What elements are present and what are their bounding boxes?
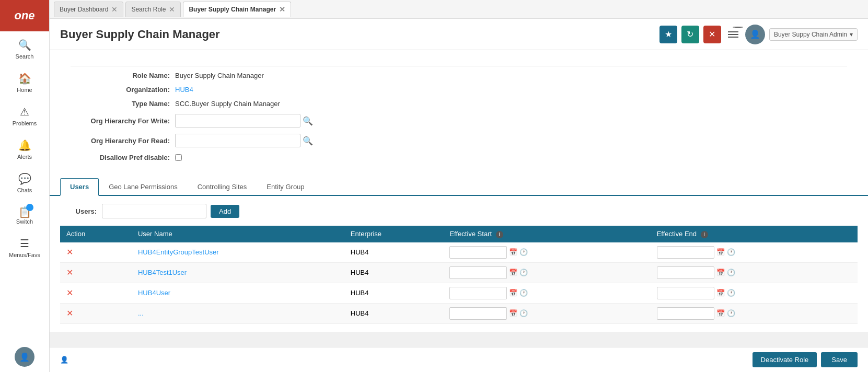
tab-bar: Buyer Dashboard ✕ Search Role ✕ Buyer Su… <box>50 0 868 19</box>
date-input-start-wrapper: 📅 🕐 <box>449 287 644 299</box>
user-avatar-sidebar[interactable]: 👤 <box>15 347 34 367</box>
sidebar-item-label: Alerts <box>17 154 32 160</box>
tab-controlling-sites[interactable]: Controlling Sites <box>188 178 257 196</box>
tab-geo-lane[interactable]: Geo Lane Permissions <box>99 178 188 196</box>
tab-close-search-role[interactable]: ✕ <box>169 5 175 14</box>
table-row: ✕ HUB4EntityGroupTestUser HUB4 📅 🕐 📅 🕐 <box>60 242 858 263</box>
header-actions: ★ ↻ ✕ ✦ 👤 Buyer Suppy Chain Admin ▾ <box>659 25 858 44</box>
tab-search-role[interactable]: Search Role ✕ <box>125 2 181 17</box>
sidebar-item-label: Problems <box>13 120 37 126</box>
effective-start-input[interactable] <box>449 287 507 299</box>
sidebar: one 🔍 Search 🏠 Home ⚠ Problems 🔔 Alerts … <box>0 0 50 372</box>
action-cell: ✕ <box>60 303 132 323</box>
effective-start-input[interactable] <box>449 246 507 259</box>
effective-end-input[interactable] <box>657 307 714 320</box>
org-hierarchy-write-input[interactable] <box>175 114 300 127</box>
tab-users[interactable]: Users <box>60 178 99 196</box>
disallow-pref-label: Disallow Pref disable: <box>71 154 175 161</box>
effective-end-input[interactable] <box>657 287 714 299</box>
calendar-end-icon[interactable]: 📅 <box>716 248 725 256</box>
effective-start-info-icon[interactable]: i <box>496 231 503 238</box>
refresh-button[interactable]: ↻ <box>681 26 699 43</box>
type-name-value: SCC.Buyer Supply Chain Manager <box>175 100 280 108</box>
menu-button[interactable]: ✦ <box>725 29 741 40</box>
deactivate-role-button[interactable]: Deactivate Role <box>753 352 817 367</box>
tab-entity-group-label: Entity Group <box>267 183 304 191</box>
effective-start-input[interactable] <box>449 307 507 320</box>
org-write-search-icon[interactable]: 🔍 <box>303 116 313 126</box>
delete-icon[interactable]: ✕ <box>66 248 73 257</box>
sidebar-item-alerts[interactable]: 🔔 Alerts <box>0 132 49 165</box>
effective-end-info-icon[interactable]: i <box>701 231 708 238</box>
sidebar-item-menus[interactable]: ☰ Menus/Favs <box>0 230 49 263</box>
effective-start-cell: 📅 🕐 <box>443 262 650 283</box>
favorite-button[interactable]: ★ <box>659 26 677 43</box>
users-input[interactable] <box>102 204 206 218</box>
user-name: Buyer Suppy Chain Admin <box>774 31 847 38</box>
footer-person-icon[interactable]: 👤 <box>60 356 68 364</box>
users-content: Users: Add Action User Name <box>50 196 868 332</box>
menus-icon: ☰ <box>20 237 29 250</box>
table-body: ✕ HUB4EntityGroupTestUser HUB4 📅 🕐 📅 🕐 ✕… <box>60 242 858 324</box>
disallow-pref-checkbox[interactable] <box>175 154 182 161</box>
logo[interactable]: one <box>0 0 49 31</box>
avatar-circle: 👤 <box>15 347 34 367</box>
delete-icon[interactable]: ✕ <box>66 309 73 318</box>
user-name-link[interactable]: HUB4Test1User <box>138 269 187 276</box>
calendar-start-icon[interactable]: 📅 <box>509 269 517 276</box>
tab-buyer-supply-chain[interactable]: Buyer Supply Chain Manager ✕ <box>183 2 291 17</box>
clock-end-icon[interactable]: 🕐 <box>727 269 735 276</box>
effective-end-cell: 📅 🕐 <box>651 242 858 263</box>
enterprise-cell: HUB4 <box>344 303 444 323</box>
sidebar-item-search[interactable]: 🔍 Search <box>0 31 49 65</box>
notif-badge: ✦ <box>733 27 743 28</box>
tab-close-buyer-supply-chain[interactable]: ✕ <box>279 5 285 14</box>
sidebar-item-home[interactable]: 🏠 Home <box>0 65 49 98</box>
calendar-end-icon[interactable]: 📅 <box>716 309 725 317</box>
sidebar-item-label: Menus/Favs <box>9 252 40 258</box>
sidebar-item-chats[interactable]: 💬 Chats <box>0 165 49 199</box>
clock-start-icon[interactable]: 🕐 <box>519 309 528 317</box>
effective-start-input[interactable] <box>449 266 507 279</box>
scroll-container[interactable]: Role Name: Buyer Supply Chain Manager Or… <box>50 50 868 347</box>
org-hierarchy-read-input[interactable] <box>175 134 300 147</box>
clock-end-icon[interactable]: 🕐 <box>727 309 735 317</box>
clock-end-icon[interactable]: 🕐 <box>727 248 735 256</box>
user-name-link[interactable]: HUB4User <box>138 289 170 297</box>
sidebar-item-problems[interactable]: ⚠ Problems <box>0 98 49 132</box>
effective-start-cell: 📅 🕐 <box>443 303 650 323</box>
dropdown-arrow-icon: ▾ <box>850 31 853 38</box>
add-user-button[interactable]: Add <box>211 205 239 218</box>
date-input-start-wrapper: 📅 🕐 <box>449 266 644 279</box>
calendar-start-icon[interactable]: 📅 <box>509 309 517 317</box>
clock-start-icon[interactable]: 🕐 <box>519 269 528 276</box>
main-content: Buyer Dashboard ✕ Search Role ✕ Buyer Su… <box>50 0 868 372</box>
date-input-start-wrapper: 📅 🕐 <box>449 307 644 320</box>
calendar-end-icon[interactable]: 📅 <box>716 289 725 297</box>
calendar-end-icon[interactable]: 📅 <box>716 269 725 276</box>
tab-close-buyer-dashboard[interactable]: ✕ <box>111 5 118 14</box>
switch-icon-wrapper: 📋 <box>18 206 31 218</box>
delete-icon[interactable]: ✕ <box>66 288 73 297</box>
clock-end-icon[interactable]: 🕐 <box>727 289 735 297</box>
save-button[interactable]: Save <box>821 352 858 367</box>
tab-entity-group[interactable]: Entity Group <box>257 178 314 196</box>
org-read-search-icon[interactable]: 🔍 <box>303 136 313 146</box>
tab-users-label: Users <box>70 183 89 191</box>
effective-end-input[interactable] <box>657 266 714 279</box>
clock-start-icon[interactable]: 🕐 <box>519 289 528 297</box>
user-dropdown[interactable]: Buyer Suppy Chain Admin ▾ <box>769 28 858 41</box>
delete-icon[interactable]: ✕ <box>66 268 73 277</box>
user-name-link[interactable]: HUB4EntityGroupTestUser <box>138 248 219 256</box>
col-action: Action <box>60 226 132 242</box>
sidebar-item-switch[interactable]: 📋 Switch <box>0 199 49 230</box>
calendar-start-icon[interactable]: 📅 <box>509 289 517 297</box>
user-name-link[interactable]: ... <box>138 309 144 317</box>
tab-buyer-dashboard[interactable]: Buyer Dashboard ✕ <box>54 2 123 17</box>
effective-end-input[interactable] <box>657 246 714 259</box>
clock-start-icon[interactable]: 🕐 <box>519 248 528 256</box>
date-input-end-wrapper: 📅 🕐 <box>657 266 851 279</box>
calendar-start-icon[interactable]: 📅 <box>509 248 517 256</box>
close-button[interactable]: ✕ <box>703 26 721 43</box>
effective-start-cell: 📅 🕐 <box>443 283 650 303</box>
